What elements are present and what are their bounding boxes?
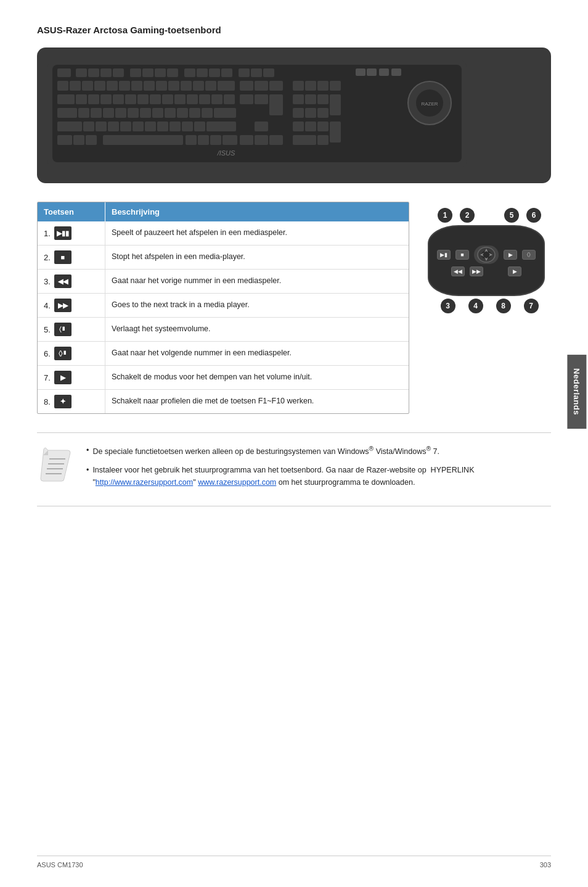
svg-rect-25 <box>144 81 155 91</box>
svg-rect-18 <box>57 81 68 91</box>
svg-rect-47 <box>211 94 223 104</box>
svg-rect-36 <box>76 94 87 104</box>
svg-rect-77 <box>255 122 268 131</box>
svg-rect-44 <box>174 94 186 104</box>
hyperlink-display[interactable]: www.razersupport.com <box>198 478 276 487</box>
svg-rect-22 <box>107 81 118 91</box>
key-cell-1: 1. ▶▮▮ <box>38 221 105 245</box>
row-number-3: 3. <box>44 277 51 286</box>
lang-sidebar-wrapper: Nederlands <box>570 355 588 429</box>
svg-rect-28 <box>181 81 192 91</box>
svg-rect-35 <box>57 94 75 104</box>
svg-rect-27 <box>168 81 179 91</box>
svg-rect-105 <box>317 135 329 145</box>
svg-rect-49 <box>240 94 253 104</box>
table-row: 4. ▶▶ Goes to the next track in a media … <box>38 294 409 318</box>
svg-rect-100 <box>293 122 304 131</box>
note-2: Instaleer voor het gebruik het stuurprog… <box>86 464 551 489</box>
svg-rect-76 <box>206 122 236 131</box>
svg-rect-19 <box>70 81 81 91</box>
svg-rect-99 <box>317 108 329 118</box>
svg-rect-78 <box>57 135 72 145</box>
stop-icon: ■ <box>54 250 71 264</box>
diag-play: ▶ <box>508 266 521 276</box>
desc-cell-4: Goes to the next track in a media player… <box>105 295 409 316</box>
row-number-6: 6. <box>44 349 51 358</box>
diagram-top-numbers: 1 2 5 6 <box>428 208 551 223</box>
svg-rect-88 <box>269 135 283 145</box>
svg-rect-82 <box>186 135 197 145</box>
badge-5: 5 <box>504 208 519 223</box>
page: ASUS-Razer Arctosa Gaming-toetsenbord <box>0 0 588 887</box>
svg-rect-30 <box>205 81 216 91</box>
page-footer: ASUS CM1730 303 <box>37 856 551 868</box>
svg-rect-33 <box>255 81 268 91</box>
desc-cell-8: Schakelt naar profielen die met de toets… <box>105 391 409 412</box>
desc-cell-1: Speelt of pauzeert het afspelen in een m… <box>105 223 409 244</box>
svg-rect-80 <box>86 135 97 145</box>
col-header-desc: Beschrijving <box>105 202 409 221</box>
row-number-8: 8. <box>44 397 51 406</box>
key-cell-6: 6. 〈〉▮ <box>38 342 105 365</box>
svg-rect-40 <box>125 94 136 104</box>
svg-rect-45 <box>187 94 198 104</box>
svg-text:/ISUS: /ISUS <box>217 149 235 157</box>
profile-icon: ✦ <box>54 395 71 408</box>
svg-rect-95 <box>317 94 329 104</box>
svg-rect-56 <box>115 108 126 118</box>
svg-rect-103 <box>330 122 341 142</box>
note-icon <box>39 447 71 482</box>
desc-cell-5: Verlaagt het systeemvolume. <box>105 319 409 340</box>
svg-rect-64 <box>214 108 236 118</box>
table-row: 3. ◀◀ Gaat naar het vorige nummer in een… <box>38 270 409 294</box>
desc-cell-6: Gaat naar het volgende nummer in een med… <box>105 343 409 364</box>
key-cell-5: 5. 〈▮ <box>38 318 105 341</box>
keyboard-svg: RAZER /ISUS <box>41 54 547 177</box>
badge-6: 6 <box>526 208 541 223</box>
diag-prev: ◀◀ <box>451 266 465 276</box>
diagram-row-top: ▶▮ ■ <box>437 245 536 264</box>
svg-rect-23 <box>119 81 130 91</box>
svg-rect-90 <box>305 81 316 91</box>
svg-rect-13 <box>209 68 220 77</box>
svg-rect-87 <box>255 135 268 145</box>
notes-icon-area <box>37 444 74 495</box>
footer-left: ASUS CM1730 <box>37 861 83 868</box>
desc-cell-2: Stopt het afspelen in een media-player. <box>105 247 409 268</box>
svg-rect-48 <box>224 94 235 104</box>
vol-down-icon: 〈▮ <box>54 323 71 336</box>
row-number-1: 1. <box>44 229 51 238</box>
svg-rect-26 <box>156 81 167 91</box>
svg-rect-93 <box>293 94 304 104</box>
svg-rect-42 <box>150 94 161 104</box>
svg-rect-37 <box>88 94 99 104</box>
svg-text:RAZER: RAZER <box>421 101 438 107</box>
badge-8: 8 <box>496 299 511 313</box>
svg-rect-89 <box>293 81 304 91</box>
row-number-5: 5. <box>44 325 51 334</box>
svg-rect-106 <box>356 68 365 76</box>
svg-rect-94 <box>305 94 316 104</box>
svg-rect-59 <box>152 108 163 118</box>
svg-rect-15 <box>239 68 250 77</box>
diag-logo <box>474 245 499 264</box>
desc-cell-3: Gaat naar het vorige nummer in een media… <box>105 271 409 292</box>
next-track-icon: ▶▶ <box>54 299 71 312</box>
svg-rect-85 <box>223 135 237 145</box>
note-1-text: De speciale functietoetsen werken alleen… <box>92 444 439 458</box>
table-header: Toetsen Beschrijving <box>38 202 409 221</box>
svg-rect-79 <box>73 135 84 145</box>
svg-rect-54 <box>91 108 102 118</box>
row-number-2: 2. <box>44 253 51 262</box>
desc-cell-7: Schakelt de modus voor het dempen van he… <box>105 367 409 388</box>
diag-play-pause: ▶▮ <box>437 250 451 260</box>
notes-content: De speciale functietoetsen werken alleen… <box>86 444 551 495</box>
diag-vol-up: 〈〉 <box>522 250 536 260</box>
svg-rect-5 <box>100 68 112 77</box>
hyperlink[interactable]: http://www.razersupport.com <box>96 478 193 487</box>
svg-rect-8 <box>142 68 153 77</box>
key-cell-8: 8. ✦ <box>38 390 105 413</box>
diag-next: ▶▶ <box>470 266 483 276</box>
svg-rect-7 <box>130 68 141 77</box>
svg-rect-57 <box>128 108 139 118</box>
